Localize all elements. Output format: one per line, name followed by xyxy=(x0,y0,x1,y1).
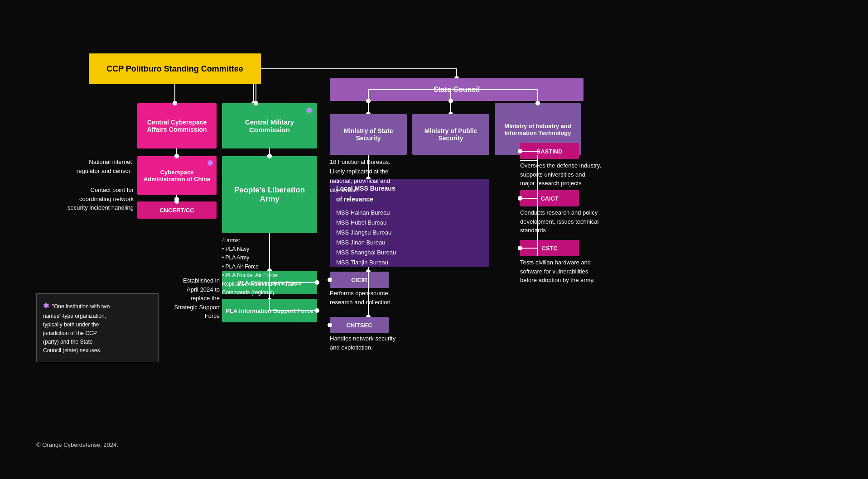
asterisk-icon: ✱ xyxy=(306,106,313,116)
pla-box: People's Liberation Army xyxy=(222,156,317,233)
sastind-desc-text: Oversees the defense industry,supports u… xyxy=(520,161,638,188)
mss-label: Ministry of State Security xyxy=(333,127,403,142)
cicir-box: CICIR xyxy=(330,272,389,288)
state-council-label: State Council xyxy=(434,86,480,94)
caict-label: CAICT xyxy=(540,195,559,202)
cncert-label: CNCERT/CC xyxy=(159,207,194,214)
pla-arms-text: 4 arms: • PLA Navy • PLA Army • PLA Air … xyxy=(222,236,317,297)
sastind-label: SASTIND xyxy=(536,148,562,155)
cicir-label: CICIR xyxy=(351,277,367,283)
cstc-box: CSTC xyxy=(520,240,579,256)
mss-box: Ministry of State Security xyxy=(330,114,407,155)
svg-point-16 xyxy=(174,197,179,201)
politburo-box: CCP Politburo Standing Committee xyxy=(89,53,261,84)
pla-information-label: PLA Information Support Force xyxy=(226,307,313,314)
cyberspace-admin-box: Cyberspace Administration of China ✱ xyxy=(137,156,217,195)
cicir-desc-text: Performs open-sourceresearch and collect… xyxy=(330,289,479,307)
politburo-label: CCP Politburo Standing Committee xyxy=(106,64,243,74)
mss-bureaus-text: 18 Functional Bureaus.Likely replicated … xyxy=(330,158,489,195)
cnitsec-label: CNITSEC xyxy=(346,322,372,329)
legend-asterisk: ✱ xyxy=(43,302,49,310)
copyright-label: © Orange Cyberdefense, 2024. xyxy=(36,441,118,448)
central-cyberspace-label: Central Cyberspace Affairs Commission xyxy=(141,119,213,133)
cstc-desc-text: Tests civilian hardware andsoftware for … xyxy=(520,258,638,285)
national-internet-text: National internetregulator and censor. xyxy=(48,158,132,175)
state-council-box: State Council xyxy=(330,78,583,101)
legend-box: ✱ "One institution with two names"-type … xyxy=(36,293,159,362)
mss-local-items: MSS Hainan Bureau MSS Hubei Bureau MSS J… xyxy=(336,208,483,268)
central-cyberspace-box: Central Cyberspace Affairs Commission xyxy=(137,103,217,148)
caict-box: CAICT xyxy=(520,190,579,206)
legend-text: "One institution with two names"-type or… xyxy=(43,303,110,354)
caict-desc-text: Conducts research and policydevelopment,… xyxy=(520,208,638,235)
contact-point-text: Contact point forcoordinating networksec… xyxy=(36,186,134,212)
copyright-text: © Orange Cyberdefense, 2024. xyxy=(36,441,118,448)
cncert-box: CNCERT/CC xyxy=(137,201,217,219)
mps-label: Ministry of Public Security xyxy=(416,127,486,142)
cyberspace-admin-label: Cyberspace Administration of China xyxy=(141,169,213,182)
asterisk-icon2: ✱ xyxy=(207,159,213,168)
cnitsec-desc-text: Handles network securityand exploitation… xyxy=(330,334,479,352)
central-military-box: Central Military Commission ✱ xyxy=(222,103,317,148)
established-text: Established inApril 2024 toreplace theSt… xyxy=(163,276,220,321)
pla-information-box: PLA Information Support Force xyxy=(222,299,317,322)
pla-label: People's Liberation Army xyxy=(226,186,313,204)
diagram: CCP Politburo Standing Committee State C… xyxy=(0,0,868,479)
mps-box: Ministry of Public Security xyxy=(412,114,489,155)
miit-label: Ministry of Industry and Information Tec… xyxy=(498,123,577,136)
sastind-box: SASTIND xyxy=(520,143,579,159)
cstc-label: CSTC xyxy=(541,245,557,252)
cnitsec-box: CNITSEC xyxy=(330,317,389,333)
central-military-label: Central Military Commission xyxy=(226,118,313,134)
